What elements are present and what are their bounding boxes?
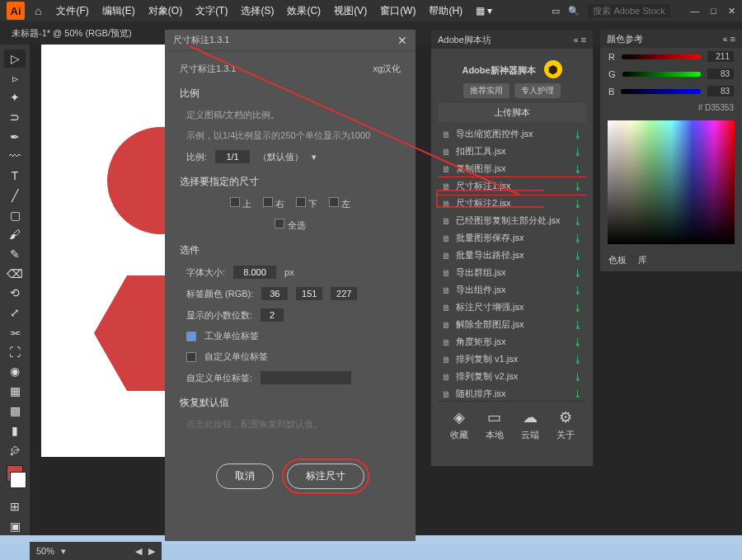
shaper-tool-icon[interactable]: ✎ <box>4 245 26 263</box>
script-item[interactable]: 🗎导出组件.jsx⭳ <box>438 281 586 299</box>
magic-wand-tool-icon[interactable]: ✦ <box>4 88 26 106</box>
scripts-tab-care[interactable]: 专人护理 <box>514 83 561 98</box>
stock-search-input[interactable] <box>588 4 670 17</box>
screen-mode-icon[interactable]: ⊞ <box>4 498 26 516</box>
script-item[interactable]: 🗎已经图形复制主部分处.jsx⭳ <box>438 212 586 229</box>
download-icon[interactable]: ⭳ <box>573 267 583 279</box>
download-icon[interactable]: ⭳ <box>573 285 583 296</box>
script-item[interactable]: 🗎尺寸标注2.jsx⭳ <box>438 195 586 212</box>
g-value[interactable]: 83 <box>707 68 734 79</box>
side-left-checkbox[interactable] <box>329 197 339 207</box>
selection-tool-icon[interactable]: ▷ <box>4 49 26 68</box>
script-item[interactable]: 🗎导出缩览图控件.jsx⭳ <box>438 125 586 143</box>
download-icon[interactable]: ⭳ <box>573 181 583 192</box>
menu-edit[interactable]: 编辑(E) <box>97 2 140 21</box>
nav-about[interactable]: ⚙关于 <box>556 408 575 441</box>
swatches-tab[interactable]: 色板 <box>608 254 627 266</box>
script-item[interactable]: 🗎导出群组.jsx⭳ <box>438 264 586 281</box>
type-tool-icon[interactable]: T <box>4 167 26 185</box>
download-icon[interactable]: ⭳ <box>573 233 583 244</box>
home-icon[interactable]: ⌂ <box>35 4 41 17</box>
side-bottom-checkbox[interactable] <box>296 197 306 207</box>
color-g-input[interactable] <box>296 287 322 300</box>
script-item[interactable]: 🗎随机排序.jsx⭳ <box>438 385 586 398</box>
menu-effect[interactable]: 效果(C) <box>282 2 326 21</box>
nav-favorites[interactable]: ◈收藏 <box>450 408 468 441</box>
color-b-input[interactable] <box>331 287 357 300</box>
script-item[interactable]: 🗎解除全部图层.jsx⭳ <box>438 316 586 333</box>
script-item[interactable]: 🗎角度矩形.jsx⭳ <box>438 333 586 351</box>
side-all-checkbox[interactable] <box>275 219 284 228</box>
eraser-tool-icon[interactable]: ⌫ <box>4 265 26 283</box>
decimals-input[interactable] <box>261 308 284 322</box>
scripts-tab-recommended[interactable]: 推荐实用 <box>463 83 510 98</box>
gradient-tool-icon[interactable]: ▮ <box>4 421 26 440</box>
nav-next-icon[interactable]: ▶ <box>148 546 155 557</box>
nav-local[interactable]: ▭本地 <box>486 408 504 441</box>
menu-view[interactable]: 视图(V) <box>329 2 372 21</box>
script-item[interactable]: 🗎标注尺寸增强.jsx⭳ <box>438 299 586 316</box>
script-item[interactable]: 🗎排列复制 v1.jsx⭳ <box>438 351 586 368</box>
color-spectrum[interactable] <box>608 120 735 244</box>
download-icon[interactable]: ⭳ <box>573 354 583 365</box>
menu-object[interactable]: 对象(O) <box>143 2 187 21</box>
line-tool-icon[interactable]: ╱ <box>4 186 26 205</box>
lasso-tool-icon[interactable]: ⊃ <box>4 108 26 126</box>
dialog-close-icon[interactable]: ✕ <box>397 34 407 47</box>
rotate-tool-icon[interactable]: ⟲ <box>4 285 26 303</box>
eyedropper-tool-icon[interactable]: ⌮ <box>4 440 26 459</box>
curvature-tool-icon[interactable]: 〰 <box>4 148 26 166</box>
search-icon[interactable]: 🔍 <box>568 6 580 16</box>
nav-cloud[interactable]: ☁云端 <box>521 408 539 441</box>
scale-tool-icon[interactable]: ⤢ <box>4 304 26 322</box>
screen-mode2-icon[interactable]: ▣ <box>4 517 26 535</box>
window-minimize-icon[interactable]: — <box>690 6 699 16</box>
library-tab[interactable]: 库 <box>638 254 647 266</box>
ratio-input[interactable] <box>215 150 250 163</box>
shape-builder-icon[interactable]: ◉ <box>4 363 26 381</box>
hex-value[interactable]: # D35353 <box>600 100 742 115</box>
custom-unit-input[interactable] <box>261 371 351 384</box>
cancel-button[interactable]: 取消 <box>216 464 274 489</box>
download-icon[interactable]: ⭳ <box>573 302 583 313</box>
download-icon[interactable]: ⭳ <box>573 215 583 227</box>
perspective-tool-icon[interactable]: ▦ <box>4 382 26 400</box>
script-item[interactable]: 🗎尺寸标注1.jsx⭳ <box>438 177 586 195</box>
rectangle-tool-icon[interactable]: ▢ <box>4 206 26 224</box>
industrial-checkbox[interactable] <box>186 332 196 341</box>
script-item[interactable]: 🗎扣图工具.jsx⭳ <box>438 143 586 160</box>
window-close-icon[interactable]: ✕ <box>728 6 735 16</box>
color-panel-menu-icon[interactable]: « ≡ <box>722 34 735 44</box>
download-icon[interactable]: ⭳ <box>573 129 583 140</box>
r-slider[interactable] <box>622 54 701 59</box>
side-right-checkbox[interactable] <box>263 197 273 207</box>
direct-select-tool-icon[interactable]: ▹ <box>4 69 26 87</box>
download-icon[interactable]: ⭳ <box>573 319 583 331</box>
script-item[interactable]: 🗎复制图形.jsx⭳ <box>438 160 586 177</box>
download-icon[interactable]: ⭳ <box>573 163 583 175</box>
download-icon[interactable]: ⭳ <box>573 250 583 261</box>
b-slider[interactable] <box>621 89 701 94</box>
panel-collapse-icon[interactable]: « ≡ <box>573 35 586 45</box>
script-item[interactable]: 🗎批量图形保存.jsx⭳ <box>438 229 586 247</box>
b-value[interactable]: 83 <box>707 86 734 96</box>
nav-prev-icon[interactable]: ◀ <box>135 546 142 557</box>
ratio-dropdown-icon[interactable]: ▾ <box>312 152 317 162</box>
custom-unit-checkbox[interactable] <box>186 352 196 362</box>
menu-file[interactable]: 文件(F) <box>51 2 93 21</box>
menu-help[interactable]: 帮助(H) <box>424 2 467 21</box>
zoom-dropdown-icon[interactable]: ▾ <box>61 546 66 557</box>
free-transform-icon[interactable]: ⛶ <box>4 343 26 361</box>
download-icon[interactable]: ⭳ <box>573 336 583 348</box>
mesh-tool-icon[interactable]: ▩ <box>4 402 26 420</box>
download-icon[interactable]: ⭳ <box>573 371 583 383</box>
menu-window[interactable]: 窗口(W) <box>375 2 420 21</box>
menu-select[interactable]: 选择(S) <box>236 2 279 21</box>
menu-extra[interactable]: ▦ ▾ <box>471 2 497 19</box>
ok-button[interactable]: 标注尺寸 <box>287 464 364 489</box>
pen-tool-icon[interactable]: ✒ <box>4 128 26 146</box>
g-slider[interactable] <box>622 72 701 77</box>
window-maximize-icon[interactable]: □ <box>711 6 716 16</box>
download-icon[interactable]: ⭳ <box>573 388 583 398</box>
width-tool-icon[interactable]: ⫘ <box>4 323 26 341</box>
